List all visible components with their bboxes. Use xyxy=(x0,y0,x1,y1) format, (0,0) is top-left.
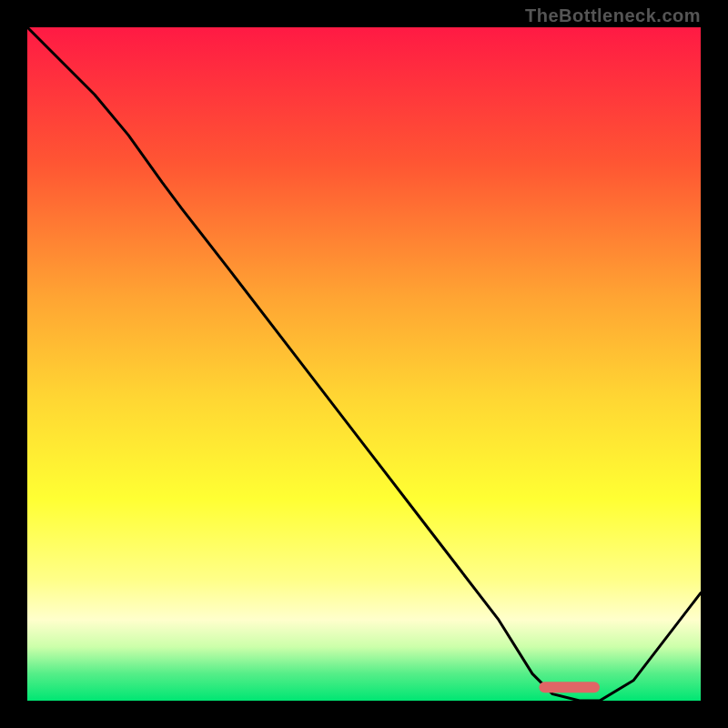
gradient-background xyxy=(27,27,701,701)
optimal-marker xyxy=(539,682,600,693)
watermark-text: TheBottleneck.com xyxy=(525,5,701,26)
plot-area xyxy=(27,27,701,701)
chart-root: TheBottleneck.com xyxy=(0,0,728,728)
chart-svg xyxy=(27,27,701,701)
